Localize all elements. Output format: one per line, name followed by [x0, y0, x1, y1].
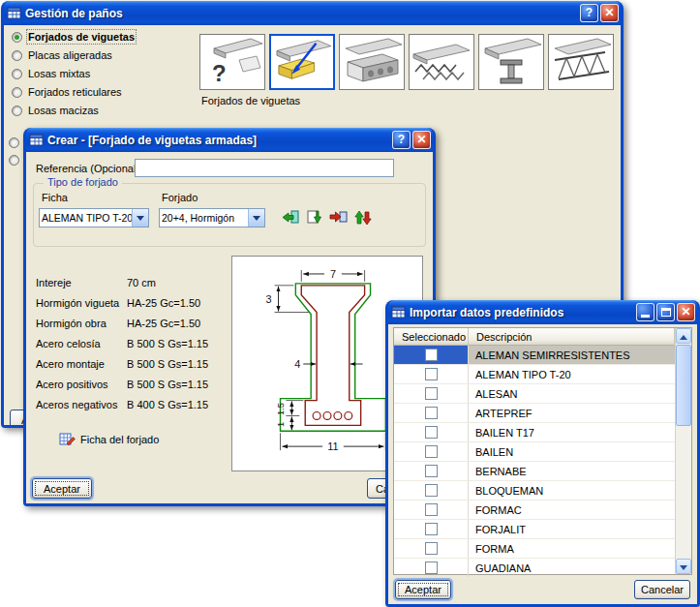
- radio-label: Forjados reticulares: [28, 86, 122, 98]
- radio-losas-mixtas[interactable]: Losas mixtas: [12, 67, 90, 80]
- checkbox[interactable]: [425, 523, 438, 535]
- column-header-seleccionado[interactable]: Seleccionado: [394, 328, 469, 346]
- scrollbar-thumb[interactable]: [676, 345, 691, 426]
- table-cell-descripcion[interactable]: BAILEN T17: [469, 423, 675, 441]
- table-row[interactable]: FORJALIT: [394, 520, 675, 539]
- checkbox[interactable]: [425, 407, 438, 419]
- checkbox[interactable]: [425, 561, 438, 574]
- table-cell-seleccionado[interactable]: [394, 559, 469, 577]
- table-cell-descripcion[interactable]: BERNABE: [469, 462, 675, 480]
- table-cell-seleccionado[interactable]: [394, 539, 469, 558]
- table-row[interactable]: ALEMAN TIPO T-20: [394, 365, 675, 384]
- table-cell-seleccionado[interactable]: [394, 442, 469, 461]
- property-value: HA-25 Gc=1.50: [127, 297, 200, 309]
- aceptar-button[interactable]: Aceptar: [32, 478, 92, 499]
- checkbox[interactable]: [425, 387, 438, 400]
- copy-ficha-button[interactable]: [304, 208, 325, 229]
- maximize-button[interactable]: [656, 303, 675, 321]
- radio-losas-macizas[interactable]: Losas macizas: [12, 104, 99, 117]
- thumbnail-placas-aligeradas[interactable]: [339, 34, 405, 90]
- thumbnail-losas-mixtas[interactable]: [409, 34, 474, 90]
- forjado-select[interactable]: 20+4, Hormigón: [159, 208, 265, 228]
- table-cell-seleccionado[interactable]: [394, 520, 469, 538]
- table-row[interactable]: GUADIANA: [394, 559, 675, 578]
- group-legend: Tipo de forjado: [44, 176, 122, 188]
- column-header-descripcion[interactable]: Descripción: [469, 328, 675, 346]
- titlebar-importar[interactable]: Importar datos predefinidos ✕: [388, 300, 697, 324]
- table-row[interactable]: FORMAC: [394, 501, 675, 520]
- table-cell-descripcion[interactable]: ARTEPREF: [469, 404, 675, 422]
- close-button[interactable]: ✕: [412, 131, 431, 149]
- table-row[interactable]: BAILEN T17: [394, 423, 675, 442]
- radio-forjados-de-viguetas[interactable]: Forjados de viguetas: [12, 30, 135, 44]
- table-row[interactable]: BERNABE: [394, 462, 675, 481]
- table-row[interactable]: FORMA: [394, 539, 675, 559]
- close-button[interactable]: ✕: [677, 303, 695, 321]
- thumbnail-forjado-viguetas[interactable]: [269, 34, 335, 90]
- radio-label: Losas mixtas: [28, 68, 90, 79]
- table-cell-descripcion[interactable]: FORMAC: [469, 501, 675, 519]
- dropdown-arrow-icon[interactable]: [132, 209, 148, 227]
- table-cell-seleccionado[interactable]: [394, 346, 469, 364]
- ficha-label: Ficha: [42, 192, 68, 203]
- table-cell-seleccionado[interactable]: [394, 423, 469, 441]
- thumbnail-celosia[interactable]: [548, 34, 614, 90]
- radio-placas-aligeradas[interactable]: Placas aligeradas: [12, 48, 112, 62]
- table-cell-descripcion[interactable]: BAILEN: [469, 442, 675, 461]
- checkbox[interactable]: [425, 542, 438, 555]
- property-intereje: Intereje70 cm: [36, 277, 156, 288]
- ficha-select[interactable]: ALEMAN TIPO T-20: [39, 208, 149, 228]
- ficha-del-forjado-link[interactable]: Ficha del forjado: [59, 431, 159, 447]
- table-row[interactable]: ALESAN: [394, 384, 675, 404]
- update-fichas-button[interactable]: [352, 208, 374, 229]
- cancelar-button[interactable]: Cancelar: [634, 580, 690, 599]
- table-cell-seleccionado[interactable]: [394, 501, 469, 519]
- table-row[interactable]: BLOQUEMAN: [394, 481, 675, 501]
- dim-upper-height: 3: [266, 293, 272, 305]
- radio-icon: [9, 137, 19, 148]
- table-cell-descripcion[interactable]: BLOQUEMAN: [469, 481, 675, 500]
- titlebar-gestion[interactable]: Gestión de paños ? ✕: [4, 1, 621, 25]
- table-cell-descripcion[interactable]: GUADIANA: [469, 559, 675, 577]
- celosia-icon: [549, 35, 613, 89]
- table-cell-seleccionado[interactable]: [394, 404, 469, 422]
- table-row[interactable]: ARTEPREF: [394, 404, 675, 423]
- checkbox[interactable]: [425, 349, 438, 361]
- thumbnail-unknown-type[interactable]: ?: [199, 34, 265, 90]
- checkbox[interactable]: [425, 503, 438, 516]
- minimize-button[interactable]: [636, 303, 654, 321]
- close-button[interactable]: ✕: [600, 4, 619, 22]
- checkbox[interactable]: [425, 465, 438, 477]
- export-ficha-button[interactable]: [328, 208, 350, 229]
- table-cell-seleccionado[interactable]: [394, 462, 469, 480]
- table-cell-seleccionado[interactable]: [394, 365, 469, 383]
- property-label: Acero positivos: [36, 379, 127, 390]
- checkbox[interactable]: [425, 484, 438, 497]
- vertical-scrollbar[interactable]: [675, 328, 691, 574]
- titlebar-crear[interactable]: Crear - [Forjado de viguetas armadas] ? …: [26, 128, 433, 152]
- help-button[interactable]: ?: [580, 4, 598, 22]
- radio-forjados-reticulares[interactable]: Forjados reticulares: [12, 85, 122, 99]
- table-cell-descripcion[interactable]: FORJALIT: [469, 520, 675, 538]
- table-row[interactable]: ALEMAN SEMIRRESISTENTES: [394, 346, 675, 365]
- import-ficha-button[interactable]: [280, 208, 301, 229]
- table-cell-descripcion[interactable]: FORMA: [469, 539, 675, 558]
- table-cell-seleccionado[interactable]: [394, 481, 469, 500]
- checkbox[interactable]: [425, 445, 438, 458]
- table-cell-seleccionado[interactable]: [394, 384, 469, 403]
- scroll-up-icon[interactable]: [676, 328, 691, 344]
- dropdown-arrow-icon[interactable]: [248, 209, 264, 227]
- scroll-down-icon[interactable]: [676, 559, 691, 574]
- referencia-input[interactable]: [135, 159, 394, 177]
- checkbox[interactable]: [425, 426, 438, 439]
- aceptar-button[interactable]: Aceptar: [395, 580, 451, 599]
- checkbox[interactable]: [425, 368, 438, 380]
- property-value: B 400 S Gs=1.15: [127, 399, 208, 410]
- property-label: Acero montaje: [36, 358, 127, 370]
- table-row[interactable]: BAILEN: [394, 442, 675, 462]
- table-cell-descripcion[interactable]: ALEMAN SEMIRRESISTENTES: [469, 346, 675, 364]
- thumbnail-vigas-metalicas[interactable]: [478, 34, 544, 90]
- table-cell-descripcion[interactable]: ALESAN: [469, 384, 675, 403]
- table-cell-descripcion[interactable]: ALEMAN TIPO T-20: [469, 365, 675, 383]
- help-button[interactable]: ?: [392, 131, 411, 149]
